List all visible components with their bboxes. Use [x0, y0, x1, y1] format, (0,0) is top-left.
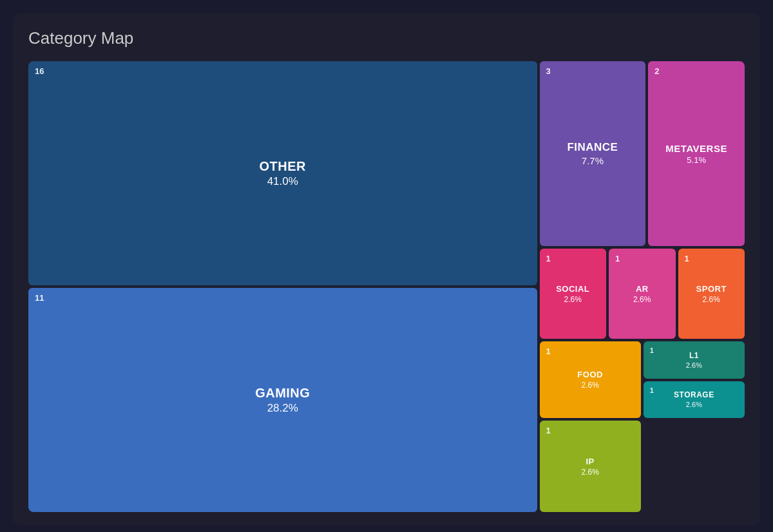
gaming-pct: 28.2% — [267, 402, 298, 415]
sport-pct: 2.6% — [703, 295, 720, 304]
food-count: 1 — [546, 347, 551, 356]
social-cell[interactable]: 1 SOCIAL 2.6% — [540, 249, 607, 339]
social-label: SOCIAL — [556, 284, 589, 294]
right-row-3-right: 1 L1 2.6% 1 STORAGE 2.6% — [644, 341, 745, 418]
storage-cell[interactable]: 1 STORAGE 2.6% — [644, 381, 745, 419]
right-row-1: 3 FINANCE 7.7% 2 METAVERSE 5.1% — [540, 61, 745, 246]
gaming-count: 11 — [35, 293, 44, 303]
storage-label: STORAGE — [674, 390, 714, 399]
treemap: 16 OTHER 41.0% 11 GAMING 28.2% 3 FINANCE… — [28, 61, 745, 512]
page-title: Category Map — [28, 28, 745, 48]
ip-cell[interactable]: 1 IP 2.6% — [540, 421, 641, 512]
card: Category Map 16 OTHER 41.0% 11 GAMING 28… — [13, 13, 760, 525]
l1-label: L1 — [689, 351, 699, 360]
metaverse-pct: 5.1% — [687, 155, 706, 165]
finance-cell[interactable]: 3 FINANCE 7.7% — [540, 61, 646, 246]
social-pct: 2.6% — [564, 295, 582, 304]
food-label: FOOD — [577, 370, 603, 379]
right-row-4: 1 IP 2.6% — [540, 421, 745, 512]
storage-pct: 2.6% — [686, 401, 702, 408]
sport-cell[interactable]: 1 SPORT 2.6% — [678, 249, 745, 339]
sport-count: 1 — [685, 254, 689, 263]
gaming-label: GAMING — [255, 386, 310, 401]
ip-count: 1 — [546, 426, 551, 435]
metaverse-count: 2 — [654, 66, 659, 76]
left-column: 16 OTHER 41.0% 11 GAMING 28.2% — [28, 61, 537, 512]
ar-count: 1 — [615, 254, 620, 263]
ar-label: AR — [636, 284, 649, 294]
finance-count: 3 — [546, 66, 551, 76]
ar-pct: 2.6% — [633, 295, 651, 304]
finance-pct: 7.7% — [582, 155, 604, 166]
ar-cell[interactable]: 1 AR 2.6% — [609, 249, 676, 339]
finance-label: FINANCE — [567, 141, 618, 154]
food-cell[interactable]: 1 FOOD 2.6% — [540, 341, 641, 418]
right-row-2: 1 SOCIAL 2.6% 1 AR 2.6% 1 SPORT 2.6% — [540, 249, 745, 339]
ip-label: IP — [586, 457, 594, 466]
food-pct: 2.6% — [581, 381, 598, 390]
metaverse-cell[interactable]: 2 METAVERSE 5.1% — [648, 61, 745, 246]
l1-cell[interactable]: 1 L1 2.6% — [644, 341, 745, 379]
ip-pct: 2.6% — [581, 468, 598, 477]
social-count: 1 — [546, 254, 551, 263]
other-pct: 41.0% — [267, 175, 298, 188]
storage-count: 1 — [650, 386, 654, 394]
gaming-cell[interactable]: 11 GAMING 28.2% — [28, 288, 537, 512]
right-row-3: 1 FOOD 2.6% 1 L1 2.6% 1 STORAGE 2.6% — [540, 341, 745, 418]
l1-pct: 2.6% — [686, 361, 702, 369]
other-cell[interactable]: 16 OTHER 41.0% — [28, 61, 537, 285]
other-count: 16 — [35, 66, 44, 76]
other-label: OTHER — [260, 159, 307, 174]
l1-count: 1 — [650, 347, 654, 354]
sport-label: SPORT — [696, 284, 727, 294]
metaverse-label: METAVERSE — [665, 143, 727, 154]
right-column: 3 FINANCE 7.7% 2 METAVERSE 5.1% 1 SOCIAL… — [540, 61, 745, 512]
